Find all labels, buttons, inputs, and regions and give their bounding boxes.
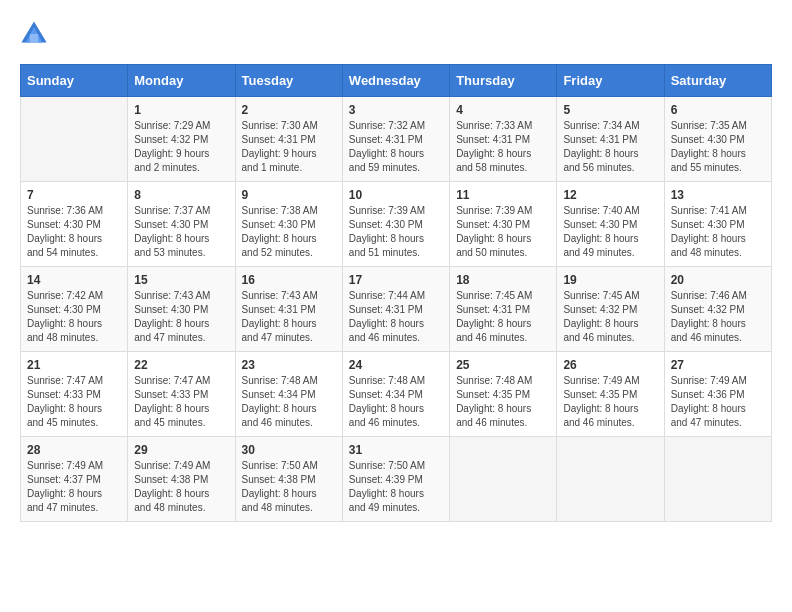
calendar-cell: [21, 97, 128, 182]
calendar-cell: 11Sunrise: 7:39 AMSunset: 4:30 PMDayligh…: [450, 182, 557, 267]
calendar-cell: 8Sunrise: 7:37 AMSunset: 4:30 PMDaylight…: [128, 182, 235, 267]
cell-info: Sunrise: 7:39 AMSunset: 4:30 PMDaylight:…: [349, 204, 443, 260]
cell-info: Sunrise: 7:36 AMSunset: 4:30 PMDaylight:…: [27, 204, 121, 260]
cell-info: Sunrise: 7:50 AMSunset: 4:39 PMDaylight:…: [349, 459, 443, 515]
calendar-week-row: 14Sunrise: 7:42 AMSunset: 4:30 PMDayligh…: [21, 267, 772, 352]
day-number: 21: [27, 358, 121, 372]
day-number: 9: [242, 188, 336, 202]
day-number: 12: [563, 188, 657, 202]
calendar-cell: 28Sunrise: 7:49 AMSunset: 4:37 PMDayligh…: [21, 437, 128, 522]
day-number: 15: [134, 273, 228, 287]
calendar-week-row: 21Sunrise: 7:47 AMSunset: 4:33 PMDayligh…: [21, 352, 772, 437]
calendar-cell: 22Sunrise: 7:47 AMSunset: 4:33 PMDayligh…: [128, 352, 235, 437]
calendar-cell: 27Sunrise: 7:49 AMSunset: 4:36 PMDayligh…: [664, 352, 771, 437]
day-number: 3: [349, 103, 443, 117]
cell-info: Sunrise: 7:48 AMSunset: 4:35 PMDaylight:…: [456, 374, 550, 430]
cell-info: Sunrise: 7:47 AMSunset: 4:33 PMDaylight:…: [134, 374, 228, 430]
day-number: 28: [27, 443, 121, 457]
cell-info: Sunrise: 7:49 AMSunset: 4:38 PMDaylight:…: [134, 459, 228, 515]
day-number: 17: [349, 273, 443, 287]
calendar-cell: 12Sunrise: 7:40 AMSunset: 4:30 PMDayligh…: [557, 182, 664, 267]
calendar-cell: 26Sunrise: 7:49 AMSunset: 4:35 PMDayligh…: [557, 352, 664, 437]
logo: [20, 20, 52, 48]
svg-rect-2: [30, 34, 38, 42]
cell-info: Sunrise: 7:46 AMSunset: 4:32 PMDaylight:…: [671, 289, 765, 345]
calendar-cell: 25Sunrise: 7:48 AMSunset: 4:35 PMDayligh…: [450, 352, 557, 437]
day-number: 1: [134, 103, 228, 117]
day-number: 30: [242, 443, 336, 457]
weekday-header: Tuesday: [235, 65, 342, 97]
day-number: 16: [242, 273, 336, 287]
cell-info: Sunrise: 7:42 AMSunset: 4:30 PMDaylight:…: [27, 289, 121, 345]
cell-info: Sunrise: 7:34 AMSunset: 4:31 PMDaylight:…: [563, 119, 657, 175]
day-number: 14: [27, 273, 121, 287]
calendar-cell: [664, 437, 771, 522]
calendar-cell: 10Sunrise: 7:39 AMSunset: 4:30 PMDayligh…: [342, 182, 449, 267]
calendar-cell: 24Sunrise: 7:48 AMSunset: 4:34 PMDayligh…: [342, 352, 449, 437]
calendar-table: SundayMondayTuesdayWednesdayThursdayFrid…: [20, 64, 772, 522]
cell-info: Sunrise: 7:39 AMSunset: 4:30 PMDaylight:…: [456, 204, 550, 260]
calendar-cell: [557, 437, 664, 522]
cell-info: Sunrise: 7:41 AMSunset: 4:30 PMDaylight:…: [671, 204, 765, 260]
calendar-week-row: 28Sunrise: 7:49 AMSunset: 4:37 PMDayligh…: [21, 437, 772, 522]
cell-info: Sunrise: 7:38 AMSunset: 4:30 PMDaylight:…: [242, 204, 336, 260]
calendar-week-row: 7Sunrise: 7:36 AMSunset: 4:30 PMDaylight…: [21, 182, 772, 267]
calendar-cell: 21Sunrise: 7:47 AMSunset: 4:33 PMDayligh…: [21, 352, 128, 437]
logo-icon: [20, 20, 48, 48]
weekday-header: Saturday: [664, 65, 771, 97]
calendar-cell: 23Sunrise: 7:48 AMSunset: 4:34 PMDayligh…: [235, 352, 342, 437]
weekday-header: Monday: [128, 65, 235, 97]
weekday-header: Sunday: [21, 65, 128, 97]
cell-info: Sunrise: 7:32 AMSunset: 4:31 PMDaylight:…: [349, 119, 443, 175]
calendar-cell: 13Sunrise: 7:41 AMSunset: 4:30 PMDayligh…: [664, 182, 771, 267]
day-number: 19: [563, 273, 657, 287]
calendar-cell: 3Sunrise: 7:32 AMSunset: 4:31 PMDaylight…: [342, 97, 449, 182]
calendar-week-row: 1Sunrise: 7:29 AMSunset: 4:32 PMDaylight…: [21, 97, 772, 182]
cell-info: Sunrise: 7:35 AMSunset: 4:30 PMDaylight:…: [671, 119, 765, 175]
calendar-cell: 5Sunrise: 7:34 AMSunset: 4:31 PMDaylight…: [557, 97, 664, 182]
cell-info: Sunrise: 7:49 AMSunset: 4:35 PMDaylight:…: [563, 374, 657, 430]
day-number: 13: [671, 188, 765, 202]
header: [20, 20, 772, 48]
cell-info: Sunrise: 7:45 AMSunset: 4:32 PMDaylight:…: [563, 289, 657, 345]
day-number: 18: [456, 273, 550, 287]
cell-info: Sunrise: 7:43 AMSunset: 4:31 PMDaylight:…: [242, 289, 336, 345]
cell-info: Sunrise: 7:37 AMSunset: 4:30 PMDaylight:…: [134, 204, 228, 260]
cell-info: Sunrise: 7:45 AMSunset: 4:31 PMDaylight:…: [456, 289, 550, 345]
cell-info: Sunrise: 7:44 AMSunset: 4:31 PMDaylight:…: [349, 289, 443, 345]
day-number: 26: [563, 358, 657, 372]
calendar-cell: 16Sunrise: 7:43 AMSunset: 4:31 PMDayligh…: [235, 267, 342, 352]
cell-info: Sunrise: 7:47 AMSunset: 4:33 PMDaylight:…: [27, 374, 121, 430]
day-number: 7: [27, 188, 121, 202]
calendar-cell: 18Sunrise: 7:45 AMSunset: 4:31 PMDayligh…: [450, 267, 557, 352]
day-number: 24: [349, 358, 443, 372]
cell-info: Sunrise: 7:29 AMSunset: 4:32 PMDaylight:…: [134, 119, 228, 175]
cell-info: Sunrise: 7:49 AMSunset: 4:36 PMDaylight:…: [671, 374, 765, 430]
day-number: 22: [134, 358, 228, 372]
calendar-cell: [450, 437, 557, 522]
weekday-header: Friday: [557, 65, 664, 97]
day-number: 23: [242, 358, 336, 372]
day-number: 11: [456, 188, 550, 202]
calendar-cell: 6Sunrise: 7:35 AMSunset: 4:30 PMDaylight…: [664, 97, 771, 182]
day-number: 5: [563, 103, 657, 117]
calendar-cell: 4Sunrise: 7:33 AMSunset: 4:31 PMDaylight…: [450, 97, 557, 182]
weekday-header: Wednesday: [342, 65, 449, 97]
calendar-cell: 30Sunrise: 7:50 AMSunset: 4:38 PMDayligh…: [235, 437, 342, 522]
calendar-header-row: SundayMondayTuesdayWednesdayThursdayFrid…: [21, 65, 772, 97]
day-number: 31: [349, 443, 443, 457]
cell-info: Sunrise: 7:40 AMSunset: 4:30 PMDaylight:…: [563, 204, 657, 260]
calendar-cell: 1Sunrise: 7:29 AMSunset: 4:32 PMDaylight…: [128, 97, 235, 182]
cell-info: Sunrise: 7:48 AMSunset: 4:34 PMDaylight:…: [242, 374, 336, 430]
cell-info: Sunrise: 7:33 AMSunset: 4:31 PMDaylight:…: [456, 119, 550, 175]
day-number: 6: [671, 103, 765, 117]
day-number: 8: [134, 188, 228, 202]
calendar-cell: 20Sunrise: 7:46 AMSunset: 4:32 PMDayligh…: [664, 267, 771, 352]
cell-info: Sunrise: 7:30 AMSunset: 4:31 PMDaylight:…: [242, 119, 336, 175]
cell-info: Sunrise: 7:48 AMSunset: 4:34 PMDaylight:…: [349, 374, 443, 430]
cell-info: Sunrise: 7:50 AMSunset: 4:38 PMDaylight:…: [242, 459, 336, 515]
cell-info: Sunrise: 7:49 AMSunset: 4:37 PMDaylight:…: [27, 459, 121, 515]
calendar-cell: 14Sunrise: 7:42 AMSunset: 4:30 PMDayligh…: [21, 267, 128, 352]
calendar-cell: 7Sunrise: 7:36 AMSunset: 4:30 PMDaylight…: [21, 182, 128, 267]
calendar-cell: 19Sunrise: 7:45 AMSunset: 4:32 PMDayligh…: [557, 267, 664, 352]
